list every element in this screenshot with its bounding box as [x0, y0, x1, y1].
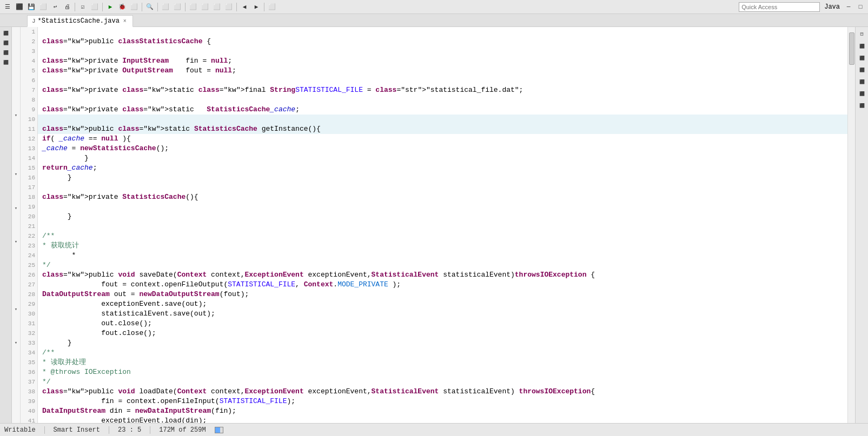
code-line-6: class="kw">private class="kw">static cla… — [38, 85, 847, 95]
code-line-23: * — [38, 251, 847, 260]
line-number-14: 14 — [28, 153, 35, 163]
code-line-3: class="kw">private InputStream fin = nul… — [38, 56, 847, 66]
line-number-31: 31 — [28, 319, 35, 328]
right-icon-6[interactable]: ⬛ — [857, 89, 867, 98]
code-line-10: class="kw">public class="kw">static Stat… — [38, 124, 847, 134]
fold-marker-32 — [12, 297, 21, 305]
fold-marker-38 — [12, 347, 21, 356]
sep-1 — [75, 3, 75, 11]
toolbar-btn-1[interactable]: ☰ — [2, 2, 13, 12]
toolbar-btn-11[interactable]: ⬜ — [211, 2, 222, 12]
right-icon-5[interactable]: ⬛ — [857, 77, 867, 86]
status-position: 23 : 5 — [118, 426, 141, 434]
line-number-10: 10 — [28, 115, 35, 124]
toolbar-btn-back[interactable]: ◀ — [239, 2, 250, 12]
toolbar-btn-6[interactable]: ⬜ — [129, 2, 140, 12]
fold-marker-11 — [12, 120, 21, 129]
code-editor[interactable]: class="kw">public class StatisticsCache … — [38, 27, 847, 423]
toolbar-btn-2[interactable]: ⬛ — [14, 2, 25, 12]
fold-marker-18 — [12, 179, 21, 187]
line-number-29: 29 — [28, 299, 35, 309]
line-number-16: 16 — [28, 173, 35, 183]
quick-access-input[interactable] — [739, 2, 820, 12]
status-memory: 172M of 259M — [159, 426, 206, 434]
toolbar-window-min[interactable]: ─ — [843, 2, 854, 12]
toolbar-btn-3[interactable]: ⬜ — [38, 2, 49, 12]
fold-marker-17[interactable]: ▾ — [12, 170, 21, 179]
fold-marker-39 — [12, 355, 21, 364]
line-number-30: 30 — [28, 309, 35, 319]
left-icon-4[interactable]: ⬛ — [1, 57, 11, 67]
line-number-7: 7 — [31, 85, 35, 95]
fold-marker-45 — [12, 406, 21, 415]
right-icon-layout[interactable]: ⊟ — [857, 29, 867, 39]
fold-marker-19 — [12, 187, 21, 196]
toolbar-btn-8[interactable]: ⬜ — [172, 2, 183, 12]
toolbar-btn-check[interactable]: ☑ — [77, 2, 88, 12]
fold-marker-10[interactable]: ▾ — [12, 111, 21, 120]
fold-marker-34 — [12, 313, 21, 322]
fold-marker-21[interactable]: ▾ — [12, 204, 21, 212]
line-number-33: 33 — [28, 338, 35, 348]
left-icon-3[interactable]: ⬛ — [1, 48, 11, 57]
eclipse-label: Java — [824, 3, 840, 11]
toolbar-btn-debug[interactable]: 🐞 — [117, 2, 128, 12]
code-line-13: } — [38, 153, 847, 163]
tab-close-btn[interactable]: × — [122, 18, 128, 24]
toolbar-btn-13[interactable]: ⬜ — [267, 2, 277, 12]
sep-3 — [142, 3, 142, 11]
code-line-24: */ — [38, 260, 847, 270]
fold-marker-37[interactable]: ▾ — [12, 339, 21, 347]
line-number-5: 5 — [31, 66, 35, 76]
line-number-39: 39 — [28, 397, 35, 406]
fold-marker-28 — [12, 263, 21, 272]
code-line-11: if( _cache == null ){ — [38, 134, 847, 144]
right-sidebar: ⊟ ⬛ ⬛ ⬛ ⬛ ⬛ ⬛ — [855, 27, 868, 423]
fold-marker-46 — [12, 414, 21, 423]
vertical-scrollbar[interactable] — [847, 27, 855, 423]
status-memory-bar — [215, 427, 223, 433]
line-number-6: 6 — [31, 76, 35, 85]
right-icon-7[interactable]: ⬛ — [857, 100, 867, 110]
toolbar-btn-run[interactable]: ▶ — [105, 2, 116, 12]
right-icon-3[interactable]: ⬛ — [857, 53, 867, 63]
fold-marker-30 — [12, 280, 21, 289]
fold-marker-25[interactable]: ▾ — [12, 238, 21, 246]
toolbar-btn-5[interactable]: ⬜ — [89, 2, 100, 12]
scrollbar-thumb[interactable] — [849, 32, 854, 65]
fold-marker-1 — [12, 36, 21, 44]
toolbar-btn-9[interactable]: ⬜ — [188, 2, 198, 12]
main-toolbar: ☰ ⬛ 💾 ⬜ ↩ 🖨 ☑ ⬜ ▶ 🐞 ⬜ 🔍 ⬜ ⬜ ⬜ ⬜ ⬜ ⬜ ◀ ▶ … — [0, 0, 868, 14]
toolbar-btn-7[interactable]: ⬜ — [160, 2, 171, 12]
fold-marker-13 — [12, 137, 21, 145]
sep-5 — [185, 3, 185, 11]
toolbar-btn-save[interactable]: 💾 — [26, 2, 37, 12]
line-number-22: 22 — [28, 231, 35, 241]
code-line-0 — [38, 27, 847, 37]
code-line-15: } — [38, 173, 847, 183]
toolbar-btn-search[interactable]: 🔍 — [144, 2, 155, 12]
fold-marker-6 — [12, 78, 21, 86]
right-icon-4[interactable]: ⬛ — [857, 65, 867, 75]
toolbar-window-max[interactable]: □ — [855, 2, 866, 12]
code-line-34: * 读取并处理 — [38, 358, 847, 367]
sep-4 — [157, 3, 158, 11]
right-icon-2[interactable]: ⬛ — [857, 41, 867, 51]
code-line-16 — [38, 183, 847, 192]
left-icon-2[interactable]: ⬛ — [1, 38, 11, 48]
tab-statistics-cache[interactable]: J *StatisticsCache.java × — [27, 15, 133, 27]
tab-filename: *StatisticsCache.java — [38, 17, 120, 25]
fold-marker-31 — [12, 288, 21, 297]
toolbar-btn-4[interactable]: ↩ — [50, 2, 61, 12]
fold-marker-33[interactable]: ▾ — [12, 305, 21, 314]
left-icon-1[interactable]: ⬛ — [1, 28, 11, 38]
toolbar-btn-12[interactable]: ⬜ — [223, 2, 234, 12]
code-line-9 — [38, 115, 847, 124]
status-writable: Writable — [4, 426, 36, 434]
line-number-17: 17 — [28, 183, 35, 192]
toolbar-btn-10[interactable]: ⬜ — [200, 2, 210, 12]
toolbar-btn-print[interactable]: 🖨 — [62, 2, 72, 12]
code-line-39: DataInputStream din = new DataInputStrea… — [38, 406, 847, 416]
toolbar-btn-forward[interactable]: ▶ — [251, 2, 262, 12]
line-numbers: 1234567891011121314151617181920212223242… — [21, 27, 38, 423]
